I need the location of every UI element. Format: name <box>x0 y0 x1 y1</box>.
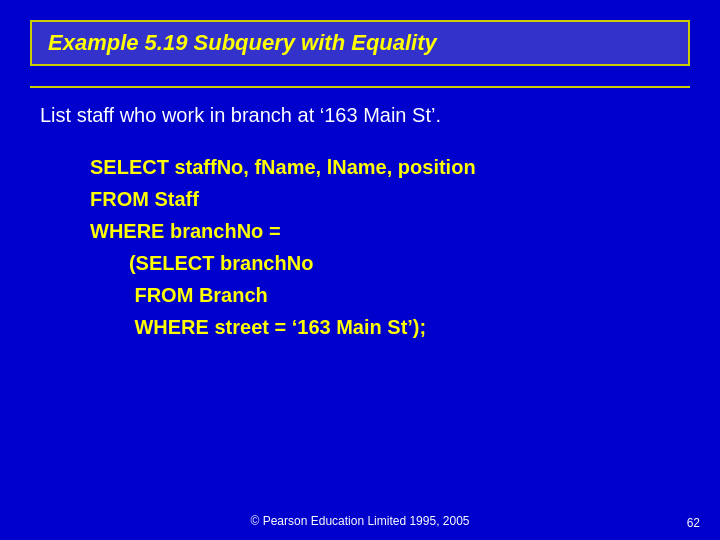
slide-container: Example 5.19 Subquery with Equality List… <box>0 0 720 540</box>
slide-subtitle: List staff who work in branch at ‘163 Ma… <box>30 104 690 127</box>
slide-title: Example 5.19 Subquery with Equality <box>48 30 437 55</box>
title-bar: Example 5.19 Subquery with Equality <box>30 20 690 66</box>
slide-number: 62 <box>687 516 700 530</box>
code-line-4: (SELECT branchNo <box>90 247 690 279</box>
title-divider <box>30 86 690 88</box>
code-line-6: WHERE street = ‘163 Main St’); <box>90 311 690 343</box>
footer-text: © Pearson Education Limited 1995, 2005 <box>0 514 720 528</box>
code-line-5: FROM Branch <box>90 279 690 311</box>
code-line-3: WHERE branchNo = <box>90 215 690 247</box>
code-line-1: SELECT staffNo, fName, lName, position <box>90 151 690 183</box>
code-line-2: FROM Staff <box>90 183 690 215</box>
code-block: SELECT staffNo, fName, lName, position F… <box>30 151 690 343</box>
